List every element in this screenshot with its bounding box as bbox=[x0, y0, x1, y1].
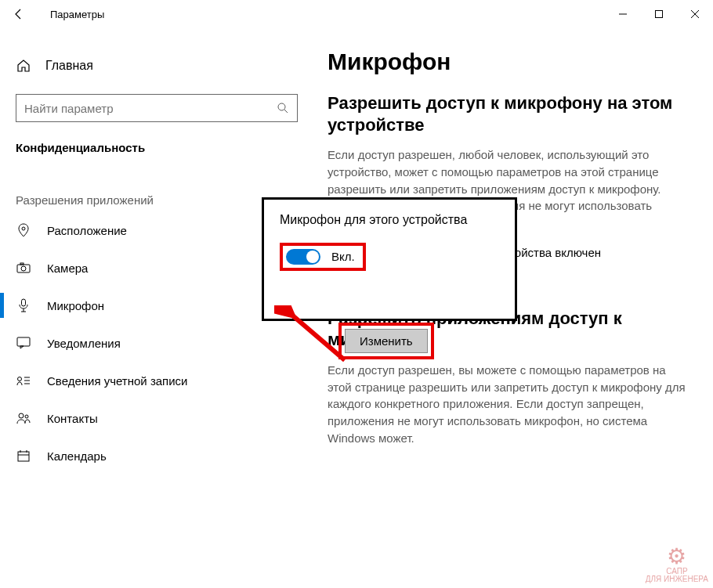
minimize-icon bbox=[618, 9, 628, 19]
microphone-toggle[interactable] bbox=[286, 249, 320, 265]
svg-rect-20 bbox=[18, 452, 29, 461]
camera-icon bbox=[16, 262, 31, 273]
sidebar-item-label: Календарь bbox=[47, 449, 107, 463]
sidebar-item-notifications[interactable]: Уведомления bbox=[16, 324, 321, 362]
svg-rect-13 bbox=[17, 337, 30, 346]
category-title: Конфиденциальность bbox=[16, 141, 321, 154]
close-icon bbox=[690, 9, 700, 19]
page-title: Микрофон bbox=[328, 49, 689, 75]
maximize-button[interactable] bbox=[641, 0, 677, 28]
notifications-icon bbox=[16, 337, 31, 349]
arrow-left-icon bbox=[13, 8, 25, 20]
sidebar-item-calendar[interactable]: Календарь bbox=[16, 437, 321, 474]
svg-point-14 bbox=[18, 377, 22, 381]
watermark: ⚙ САПР ДЛЯ ИНЖЕНЕРА bbox=[646, 546, 708, 583]
popup-title: Микрофон для этого устройства bbox=[280, 212, 499, 229]
minimize-button[interactable] bbox=[605, 0, 641, 28]
title-bar: Параметры bbox=[0, 0, 713, 28]
sidebar-item-label: Сведения учетной записи bbox=[47, 374, 188, 388]
close-button[interactable] bbox=[677, 0, 713, 28]
search-field[interactable] bbox=[24, 102, 277, 115]
svg-point-6 bbox=[22, 227, 25, 230]
search-input[interactable] bbox=[16, 94, 298, 122]
change-button[interactable]: Изменить bbox=[345, 329, 428, 353]
sidebar-item-label: Микрофон bbox=[47, 299, 104, 312]
section2-body: Если доступ разрешен, вы можете с помощь… bbox=[328, 362, 689, 447]
svg-point-8 bbox=[21, 266, 26, 271]
toggle-state-label: Вкл. bbox=[331, 250, 355, 263]
sidebar-item-label: Уведомления bbox=[47, 337, 121, 350]
location-icon bbox=[16, 223, 31, 237]
account-info-icon bbox=[16, 375, 31, 386]
svg-point-18 bbox=[19, 413, 24, 418]
svg-rect-1 bbox=[656, 11, 663, 18]
maximize-icon bbox=[654, 9, 664, 19]
highlight-box-toggle: Вкл. bbox=[280, 243, 366, 271]
svg-rect-9 bbox=[20, 263, 24, 265]
gear-icon: ⚙ bbox=[646, 546, 708, 568]
section1-title: Разрешить доступ к микрофону на этом уст… bbox=[328, 92, 689, 135]
svg-rect-10 bbox=[22, 299, 26, 306]
app-title: Параметры bbox=[50, 9, 104, 20]
svg-line-5 bbox=[284, 110, 288, 113]
home-label: Главная bbox=[45, 59, 93, 73]
sidebar-item-account-info[interactable]: Сведения учетной записи bbox=[16, 362, 321, 399]
microphone-popup: Микрофон для этого устройства Вкл. bbox=[262, 197, 517, 321]
calendar-icon bbox=[16, 449, 31, 462]
sidebar-item-contacts[interactable]: Контакты bbox=[16, 399, 321, 437]
home-icon bbox=[16, 59, 31, 73]
home-nav[interactable]: Главная bbox=[16, 47, 321, 85]
search-icon bbox=[277, 102, 289, 114]
svg-point-4 bbox=[278, 103, 285, 110]
sidebar-item-label: Контакты bbox=[47, 412, 98, 425]
sidebar-item-label: Расположение bbox=[47, 224, 127, 237]
contacts-icon bbox=[16, 412, 31, 424]
window-controls bbox=[605, 0, 713, 28]
microphone-icon bbox=[16, 298, 31, 312]
sidebar-item-label: Камера bbox=[47, 262, 88, 275]
highlight-box-change: Изменить bbox=[338, 323, 434, 359]
svg-point-19 bbox=[25, 415, 28, 418]
back-button[interactable] bbox=[0, 0, 38, 28]
